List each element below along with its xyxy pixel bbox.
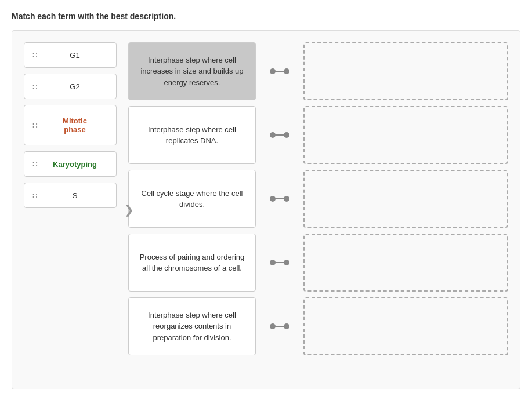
instructions-text: Match each term with the best descriptio… <box>12 12 520 21</box>
connector-dot-5 <box>270 323 289 330</box>
dot-right-4 <box>284 260 289 265</box>
drag-icon-g1: ∷ <box>32 51 37 60</box>
connector-5 <box>265 297 294 355</box>
connector-dot-3 <box>270 195 289 202</box>
dropzones-column <box>303 42 508 377</box>
term-g1[interactable]: ∷ G1 <box>24 42 117 68</box>
dot-right-1 <box>284 68 289 74</box>
drop-zone-4[interactable] <box>303 234 508 292</box>
drop-zone-2[interactable] <box>303 106 508 164</box>
drag-icon-g2: ∷ <box>32 82 37 91</box>
term-g1-label: G1 <box>42 51 108 60</box>
terms-panel: ∷ G1 ∷ G2 ∷ Mitoticphase ∷ Karyotyping ∷… <box>24 42 128 377</box>
connector-1 <box>265 42 294 100</box>
term-karyotyping-label: Karyotyping <box>42 160 108 169</box>
term-karyotyping[interactable]: ∷ Karyotyping <box>24 151 117 177</box>
drop-zone-3[interactable] <box>303 170 508 228</box>
description-text-3: Cell cycle stage where the cell divides. <box>137 188 247 210</box>
description-text-1: Interphase step where cell increases in … <box>137 54 247 89</box>
connectors-column <box>265 42 294 377</box>
connector-3 <box>265 170 294 228</box>
drop-zone-1[interactable] <box>303 42 508 100</box>
term-mitotic[interactable]: ∷ Mitoticphase <box>24 105 117 145</box>
description-card-1: Interphase step where cell increases in … <box>128 42 256 100</box>
description-text-2: Interphase step where cell replicates DN… <box>137 124 247 147</box>
description-card-5: Interphase step where cell reorganizes c… <box>128 297 256 355</box>
term-s[interactable]: ∷ S <box>24 183 117 208</box>
descriptions-column: Interphase step where cell increases in … <box>128 42 256 377</box>
term-mitotic-label: Mitoticphase <box>42 116 108 134</box>
description-card-4: Process of pairing and ordering all the … <box>128 234 256 292</box>
dot-right-2 <box>284 132 289 138</box>
term-g2[interactable]: ∷ G2 <box>24 74 117 99</box>
connector-dot-4 <box>270 259 289 266</box>
dot-right-3 <box>284 196 289 202</box>
drag-icon-karyotyping: ∷ <box>32 160 37 169</box>
description-card-2: Interphase step where cell replicates DN… <box>128 106 256 164</box>
drag-icon-s: ∷ <box>32 191 37 200</box>
description-card-3: Cell cycle stage where the cell divides. <box>128 170 256 228</box>
description-text-4: Process of pairing and ordering all the … <box>137 252 247 274</box>
matching-exercise: ∷ G1 ∷ G2 ∷ Mitoticphase ∷ Karyotyping ∷… <box>12 30 520 389</box>
drop-zone-5[interactable] <box>303 297 508 355</box>
right-panel: Interphase step where cell increases in … <box>128 42 508 377</box>
term-s-label: S <box>42 191 108 200</box>
connector-4 <box>265 234 294 292</box>
arrow-right-icon: ❯ <box>124 203 134 217</box>
drag-icon-mitotic: ∷ <box>32 121 37 130</box>
connector-dot-1 <box>270 68 289 75</box>
connector-2 <box>265 106 294 164</box>
dot-right-5 <box>284 323 289 329</box>
connector-dot-2 <box>270 132 289 139</box>
term-g2-label: G2 <box>42 82 108 91</box>
description-text-5: Interphase step where cell reorganizes c… <box>137 309 247 344</box>
